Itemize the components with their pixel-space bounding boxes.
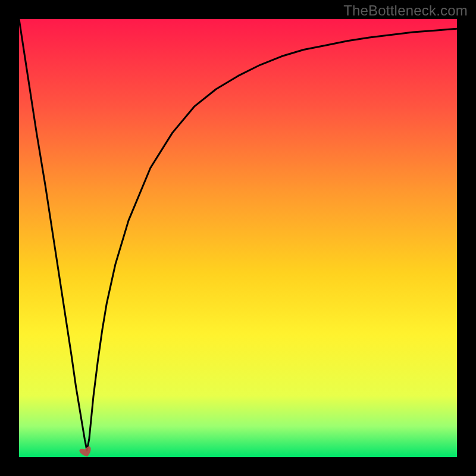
chart-frame: TheBottleneck.com [0, 0, 476, 476]
chart-svg [19, 19, 457, 457]
plot-area [19, 19, 457, 457]
watermark-text: TheBottleneck.com [343, 2, 468, 19]
gradient-background [19, 19, 457, 457]
